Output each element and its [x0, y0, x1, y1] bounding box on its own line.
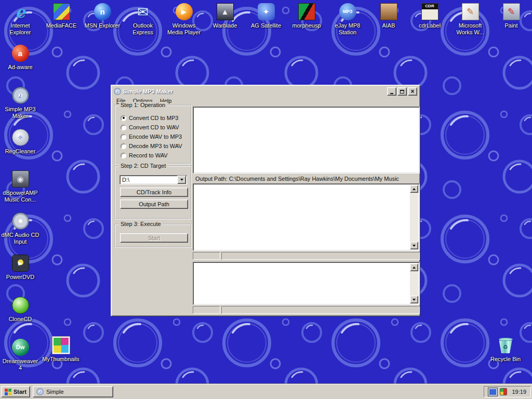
arrow-down-icon [413, 299, 416, 301]
app-icon [114, 88, 121, 95]
desktop-icon-windows-media-player[interactable]: ▶Windows Media Player [164, 3, 204, 35]
tray-app-icon[interactable] [500, 388, 507, 395]
scroll-down-button[interactable] [410, 242, 418, 249]
desktop-icon-label: Simple MP3 Maker [1, 106, 40, 119]
taskbar: Start Simple 19:19 [0, 384, 532, 399]
vertical-scrollbar[interactable] [410, 185, 418, 249]
taskbar-clock: 19:19 [510, 389, 526, 395]
radio-option-2[interactable]: Encode WAV to MP3 [121, 132, 191, 141]
desktop-icon-label: Dreamweaver 4 [1, 358, 40, 371]
desktop-icon-label: Microsoft Works W... [450, 22, 490, 35]
works-icon: ✎ [462, 3, 479, 20]
arrow-up-icon [413, 188, 416, 190]
cd-drive-value: D:\ [120, 177, 177, 183]
desktop-icon-media-face[interactable]: MediaFACE [41, 3, 82, 29]
queue-list-panel[interactable] [193, 183, 420, 251]
desktop-icon-recycle[interactable]: ♻Recycle Bin [485, 337, 526, 363]
minimize-button[interactable] [387, 87, 396, 96]
desktop-icon-dreamweaver[interactable]: DwDreamweaver 4 [0, 339, 41, 371]
desktop-icon-simple-mp3[interactable]: ♪Simple MP3 Maker [0, 87, 41, 119]
radio-option-label: Encode WAV to MP3 [129, 134, 182, 140]
radio-button-icon[interactable] [121, 153, 126, 158]
desktop: eInternet ExplorerMediaFACEnMSN Explorer… [0, 0, 532, 399]
paint-icon: ✎ [503, 3, 520, 20]
minimize-icon [390, 93, 393, 94]
operation-radio-group: Convert CD to MP3Convert CD to WAVEncode… [115, 106, 191, 160]
combo-dropdown-button[interactable] [177, 176, 186, 184]
desktop-icon-regcleaner[interactable]: ✧RegCleaner [0, 129, 41, 155]
start-menu-button[interactable]: Start [1, 386, 30, 397]
radio-option-label: Convert CD to MP3 [129, 115, 178, 121]
desktop-icon-ag-satellite[interactable]: ✦AG Satellite [246, 3, 286, 29]
desktop-icon-paint[interactable]: ✎Paint [491, 3, 531, 29]
scroll-up-button[interactable] [410, 185, 418, 193]
tray-computer-icon[interactable] [488, 388, 497, 396]
ad-aware-icon: a [12, 45, 29, 62]
desktop-icon-internet-explorer[interactable]: eInternet Explorer [0, 3, 41, 35]
close-icon: × [410, 88, 414, 95]
start-button[interactable]: Start [120, 233, 188, 243]
radio-option-0[interactable]: Convert CD to MP3 [121, 113, 191, 123]
desktop-icon-dmc-audio[interactable]: dMC Audio CD Input [0, 212, 41, 245]
desktop-icon-dbpoweramp[interactable]: ◉dBpowerAMP Music Con... [0, 170, 41, 203]
desktop-icon-label: eJay MP8 Station [328, 22, 367, 35]
close-button[interactable]: × [408, 87, 417, 96]
desktop-icon-label: Warblade [213, 22, 237, 29]
ag-satellite-icon: ✦ [258, 3, 275, 20]
desktop-icon-warblade[interactable]: ▲Warblade [205, 3, 245, 29]
radio-option-label: Record to WAV [129, 152, 168, 158]
desktop-icon-outlook-express[interactable]: ✉Outlook Express [123, 3, 163, 35]
desktop-icon-label: CloneCD [9, 316, 32, 323]
recycle-icon: ♻ [497, 337, 514, 354]
step3-title: Step 3: Execute [119, 221, 163, 227]
desktop-icon-label: Windows Media Player [164, 22, 204, 35]
desktop-icon-ejay[interactable]: MP3eJay MP8 Station [327, 3, 368, 35]
desktop-icon-ad-aware[interactable]: aAd-aware [0, 45, 41, 71]
scroll-up-button[interactable] [410, 263, 418, 271]
scroll-down-button[interactable] [410, 296, 418, 303]
output-path-button[interactable]: Output Path [120, 200, 188, 209]
vertical-scrollbar[interactable] [410, 263, 418, 303]
arrow-up-icon [413, 267, 416, 269]
track-list-panel[interactable] [193, 107, 420, 174]
system-tray: 19:19 [484, 386, 531, 397]
cd-drive-select[interactable]: D:\ [119, 175, 187, 184]
cdrlabel-icon: CDR [421, 3, 438, 20]
morpheus-icon [298, 3, 315, 20]
radio-button-icon[interactable] [121, 143, 126, 149]
desktop-icon-works[interactable]: ✎Microsoft Works W... [450, 3, 490, 35]
task-button-simple[interactable]: Simple [33, 386, 113, 397]
step3-groupbox: Step 3: Execute Start [114, 224, 192, 248]
log-list-panel[interactable] [193, 262, 420, 305]
regcleaner-icon: ✧ [12, 129, 29, 146]
simple-mp3-icon: ♪ [12, 87, 29, 104]
desktop-icon-label: cdrLabel [419, 22, 441, 29]
desktop-icon-label: AIAB [382, 22, 395, 29]
desktop-icon-msn-explorer[interactable]: nMSN Explorer [82, 3, 123, 29]
simple-mp3-task-icon [36, 388, 44, 395]
desktop-icon-label: Internet Explorer [1, 22, 40, 35]
clonecd-icon [12, 297, 29, 314]
maximize-button[interactable] [397, 87, 407, 96]
step2-groupbox: Step 2: CD Target D:\ CD/Track Info Outp… [114, 166, 192, 219]
desktop-icon-label: PowerDVD [6, 274, 34, 281]
desktop-icon-clonecd[interactable]: CloneCD [0, 297, 41, 323]
cd-track-info-button[interactable]: CD/Track Info [120, 188, 188, 197]
radio-button-icon[interactable] [121, 134, 126, 140]
desktop-icon-morpheus[interactable]: morpheusp [286, 3, 327, 29]
outlook-express-icon: ✉ [135, 3, 152, 20]
desktop-icon-label: MSN Explorer [85, 22, 120, 29]
radio-button-icon[interactable] [121, 125, 126, 130]
title-bar[interactable]: Simple MP3 Maker × [113, 87, 418, 96]
radio-button-icon[interactable] [121, 115, 126, 121]
desktop-icon-mythumbnails[interactable]: MyThumbnails [41, 337, 81, 363]
desktop-icon-powerdvd[interactable]: ▶PowerDVD [0, 255, 41, 281]
desktop-icon-cdrlabel[interactable]: CDRcdrLabel [409, 3, 450, 29]
radio-option-1[interactable]: Convert CD to WAV [121, 123, 191, 132]
status-pane-left [193, 306, 220, 314]
media-face-icon [53, 3, 70, 20]
radio-option-3[interactable]: Decode MP3 to WAV [121, 141, 191, 151]
desktop-icon-aiab[interactable]: AIAB [368, 3, 409, 29]
app-window-simple-mp3-maker: Simple MP3 Maker × FileOptionsHelp Step … [111, 85, 420, 316]
radio-option-4[interactable]: Record to WAV [121, 151, 191, 160]
